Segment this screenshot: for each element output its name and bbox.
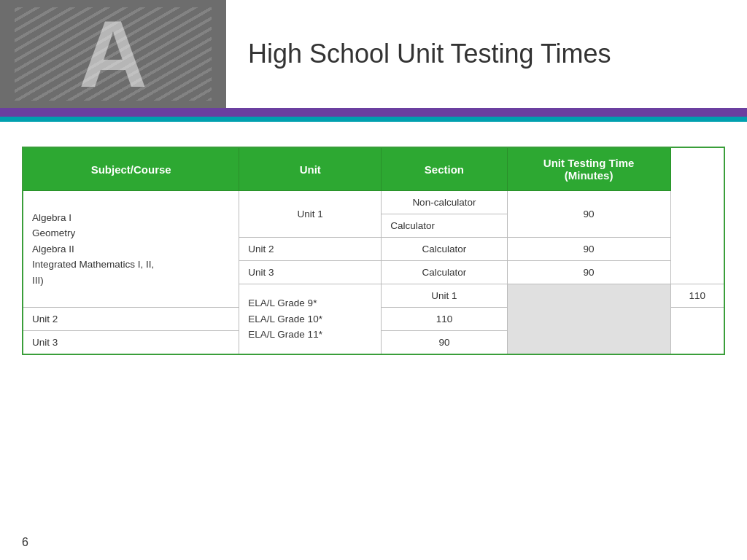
purple-bar [0,108,747,117]
col-subject: Subject/Course [23,147,239,191]
table-container: Subject/Course Unit Section Unit Testing… [22,147,725,355]
unit-cell: Unit 2 [23,308,239,331]
unit-cell: Unit 1 [239,191,382,238]
teal-bar [0,117,747,122]
unit-cell: Unit 3 [239,261,382,284]
header: A High School Unit Testing Times [0,0,747,108]
time-cell: 110 [670,284,724,308]
subject-cell-algebra: Algebra IGeometryAlgebra IIIntegrated Ma… [23,191,239,308]
section-cell-empty [507,284,670,355]
time-cell: 90 [507,191,670,238]
subject-cell-ela: ELA/L Grade 9*ELA/L Grade 10*ELA/L Grade… [239,284,382,355]
page-number: 6 [22,536,28,549]
table-header-row: Subject/Course Unit Section Unit Testing… [23,147,724,191]
time-cell: 110 [382,308,507,331]
section-cell: Non-calculator [382,191,507,214]
logo-letter: A [79,7,147,101]
col-time: Unit Testing Time(Minutes) [507,147,670,191]
col-section: Section [382,147,507,191]
time-cell: 90 [507,261,670,284]
section-cell: Calculator [382,261,507,284]
title-area: High School Unit Testing Times [226,0,747,108]
main-content: Subject/Course Unit Section Unit Testing… [0,125,747,366]
table-row: Algebra IGeometryAlgebra IIIntegrated Ma… [23,191,724,214]
section-cell: Calculator [382,214,507,238]
time-cell: 90 [507,238,670,261]
col-unit: Unit [239,147,382,191]
unit-cell: Unit 3 [23,331,239,355]
unit-cell: Unit 2 [239,238,382,261]
section-cell: Calculator [382,238,507,261]
time-cell: 90 [382,331,507,355]
unit-cell: Unit 1 [382,284,507,308]
logo-area: A [0,0,226,108]
data-table: Subject/Course Unit Section Unit Testing… [22,147,725,355]
page-title: High School Unit Testing Times [248,39,611,69]
